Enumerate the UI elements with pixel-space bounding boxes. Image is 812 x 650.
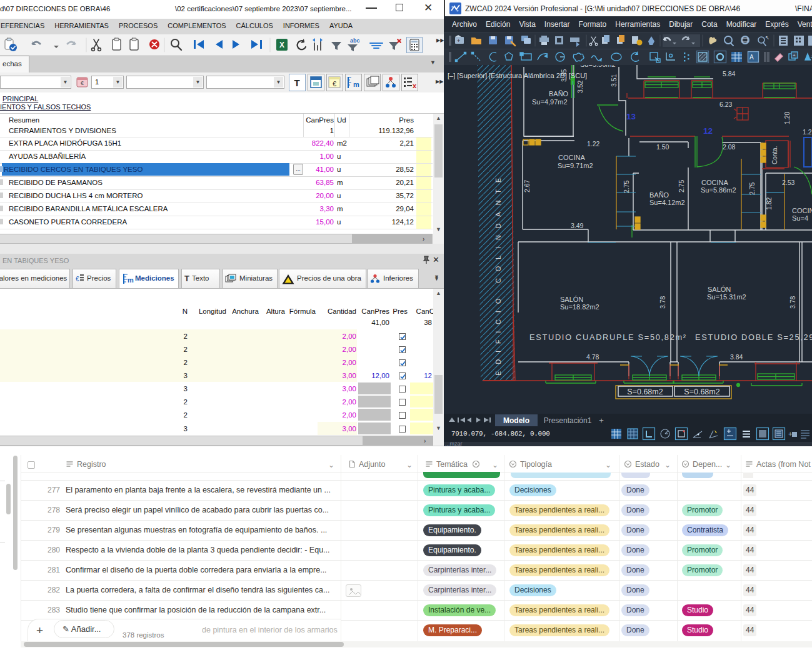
svg-text:A: A — [749, 54, 754, 61]
svg-text:Su=9.71m2: Su=9.71m2 — [558, 162, 593, 169]
svg-text:m: m — [353, 81, 359, 88]
svg-text:2.67: 2.67 — [523, 179, 531, 192]
svg-text:1.50: 1.50 — [656, 143, 669, 151]
svg-text:Su=18.82m2: Su=18.82m2 — [560, 303, 599, 311]
svg-text:Su=4: Su=4 — [792, 214, 808, 222]
svg-text:Presentación1: Presentación1 — [544, 416, 592, 425]
svg-text:T: T — [294, 78, 299, 88]
svg-text:S=0.68m2: S=0.68m2 — [684, 388, 719, 396]
svg-text:SALÓN: SALÓN — [708, 286, 731, 293]
svg-text:▶▶: ▶▶ — [436, 38, 444, 43]
svg-text:abc: abc — [350, 38, 360, 44]
svg-text:↖: ↖ — [765, 35, 769, 41]
svg-text:1.22: 1.22 — [587, 140, 600, 148]
svg-text:5.84: 5.84 — [723, 70, 736, 78]
svg-text:3.49: 3.49 — [571, 222, 584, 229]
svg-text:6.23: 6.23 — [719, 101, 733, 108]
svg-text:€: € — [81, 80, 84, 86]
svg-text:+: + — [793, 52, 796, 58]
svg-text:€: € — [333, 80, 336, 88]
svg-text:BAÑO: BAÑO — [649, 191, 669, 199]
svg-text:BAÑO: BAÑO — [549, 90, 569, 98]
svg-text:+: + — [788, 430, 792, 438]
svg-text:3.52: 3.52 — [576, 80, 584, 93]
svg-text:3.78: 3.78 — [789, 296, 796, 309]
svg-text:x: x — [413, 82, 417, 89]
svg-text:2.53: 2.53 — [782, 179, 795, 186]
svg-text:+: + — [599, 416, 604, 425]
svg-text:Modelo: Modelo — [503, 416, 529, 425]
svg-text:+: + — [457, 38, 460, 44]
svg-text:Conta.: Conta. — [771, 146, 778, 164]
svg-text:COCINA: COCINA — [701, 179, 728, 186]
svg-text:1.20: 1.20 — [783, 111, 791, 124]
svg-text:Su=5.86m2: Su=5.86m2 — [701, 186, 736, 194]
svg-text:S=0.68m2: S=0.68m2 — [627, 388, 663, 396]
svg-text:Su=5.56m2: Su=5.56m2 — [580, 65, 616, 68]
svg-text:2.75: 2.75 — [623, 180, 630, 193]
svg-text:3.55: 3.55 — [560, 69, 568, 82]
svg-text:X: X — [279, 41, 284, 49]
svg-text:€: € — [76, 276, 79, 282]
svg-text:m: m — [128, 276, 134, 284]
svg-text:COCINA: COCINA — [558, 154, 585, 161]
svg-text:13: 13 — [626, 112, 636, 121]
svg-text:1.82: 1.82 — [765, 197, 773, 210]
svg-text:ESTUDIO CUADRUPLE S=50,82m²: ESTUDIO CUADRUPLE S=50,82m² — [529, 332, 687, 342]
svg-text:ESTUDIO DOBLE S=25,29m: ESTUDIO DOBLE S=25,29m — [695, 332, 812, 342]
svg-text:1.2: 1.2 — [803, 128, 812, 136]
svg-text:2.75: 2.75 — [748, 182, 756, 195]
svg-text:2.75: 2.75 — [678, 179, 685, 192]
svg-text:3.51: 3.51 — [610, 74, 618, 87]
svg-text:COCIN: COCIN — [792, 207, 812, 214]
svg-text:4.78: 4.78 — [586, 353, 599, 361]
svg-text:3.84: 3.84 — [730, 353, 743, 361]
svg-text:2.08: 2.08 — [723, 143, 736, 151]
svg-text:Su=15.31m2: Su=15.31m2 — [707, 293, 746, 301]
svg-text:Su=4,97m2: Su=4,97m2 — [532, 98, 568, 106]
svg-text:3.78: 3.78 — [659, 296, 666, 309]
svg-text:Su=4.12m2: Su=4.12m2 — [649, 199, 685, 206]
svg-text:12: 12 — [703, 126, 713, 136]
svg-text:SALÓN: SALÓN — [560, 296, 583, 303]
svg-text:EDIFICIO COLINDANTE: EDIFICIO COLINDANTE — [494, 171, 502, 376]
